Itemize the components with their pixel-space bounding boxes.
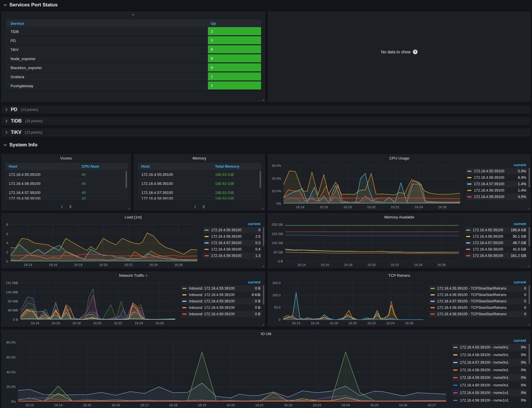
help-question-icon[interactable]: ? — [413, 50, 418, 54]
legend-series-swatch — [453, 370, 458, 371]
legend-item[interactable]: Inbound: 172.16.4.55:391000 B — [181, 298, 262, 304]
legend-item[interactable]: Inbound: 172.16.4.59:391000 B — [181, 304, 262, 311]
cpu-usage-chart[interactable]: 0%10.0%20.0%30.0%16:1416:1616:1816:2016:… — [268, 162, 465, 210]
row-header-tikv[interactable]: TiKV (13 panels) — [1, 128, 531, 136]
services-port-status-panel: ▾ ServiceUpTiDB2PD3TiKV6Node_exporter6Bl… — [1, 12, 265, 102]
legend-series-value: 0.4 — [245, 247, 260, 251]
table-scrollbar[interactable] — [126, 171, 127, 188]
legend-series-value: 4.0% — [510, 195, 526, 199]
panel-resize-handle[interactable] — [262, 99, 264, 101]
table-scrollbar[interactable] — [260, 171, 261, 188]
legend-item[interactable]: 172.16.4.55:39100 - nvme0n10% — [452, 344, 527, 351]
svg-text:200 GB: 200 GB — [272, 223, 283, 226]
legend-current-header[interactable]: current — [429, 279, 527, 285]
io-util-chart[interactable]: 0%20.0%40.0%60.0%80.0%16:1316:1416:1516:… — [2, 337, 451, 408]
legend-item[interactable]: 172.16.4.58:391001.4% — [466, 187, 527, 194]
panel-title-cpu-usage[interactable]: CPU Usage — [268, 155, 530, 162]
legend-item[interactable]: 172.16.4.55:39100 - TCPSlowStartRetrans0 — [429, 285, 527, 292]
service-name: TiDB — [6, 27, 208, 36]
legend-item[interactable]: Inbound: 172.16.4.55:391000 B — [181, 285, 262, 292]
legend-item[interactable]: 172.16.4.59:39100161.2 GB — [465, 253, 527, 259]
load-1m-chart[interactable]: 0246816:1416:1616:1816:2016:2216:2416:26 — [2, 220, 202, 268]
legend-item[interactable]: 172.16.4.56:3910050.1 GB — [465, 233, 527, 240]
legend-item[interactable]: 172.16.4.58:391000.4 — [203, 246, 262, 253]
legend-current-header[interactable]: current — [466, 162, 527, 168]
panel-title-caret-icon[interactable]: ▾ — [146, 274, 147, 277]
column-header-host[interactable]: Host — [138, 164, 212, 169]
host-address: 172.16.4.55:39100 — [5, 172, 79, 177]
legend-scrollbar[interactable] — [528, 227, 530, 246]
panel-menu-caret-icon[interactable]: ▾ — [2, 13, 265, 18]
legend-current-header[interactable]: current — [203, 221, 262, 227]
panel-resize-handle[interactable] — [262, 265, 264, 267]
legend-item[interactable]: 172.16.4.59:391004.0% — [466, 194, 527, 200]
column-header-service[interactable]: Service — [6, 21, 208, 26]
legend-item[interactable]: 172.16.4.57:391000.3 — [203, 240, 262, 246]
legend-item[interactable]: 172.16.4.55:39100195.8 GB — [465, 227, 527, 233]
panel-title-tcp-retrans[interactable]: TCP Retrans — [268, 272, 530, 279]
panel-resize-handle[interactable] — [528, 323, 530, 325]
row-header-system-info[interactable]: System Info — [0, 141, 532, 149]
legend-item[interactable]: 172.16.4.56:391002.5 — [203, 233, 262, 240]
legend-item[interactable]: 172.16.4.59:39100 - TCPSlowStartRetrans0 — [429, 311, 527, 317]
panel-title-text: TCP Retrans — [388, 273, 410, 278]
panel-resize-handle[interactable] — [262, 207, 264, 209]
legend-current-header[interactable]: current — [465, 221, 527, 227]
page-button-1[interactable]: 1 — [61, 204, 63, 209]
panel-title-load-1m[interactable]: Load [1m] — [2, 213, 265, 220]
column-header-host[interactable]: Host — [5, 164, 79, 169]
legend-item[interactable]: 172.16.4.55:391000 — [203, 227, 262, 233]
legend-item[interactable]: 172.16.4.56:39100 - nvme1n10% — [452, 397, 527, 404]
legend-item[interactable]: 172.16.4.58:39100 - TCPSlowStartRetrans0 — [429, 304, 527, 311]
network-traffic-chart[interactable]: 0 B48 MiB95 MiB143 MiB191 MiB16:1416:161… — [2, 279, 180, 326]
column-header-value[interactable]: Total Memory — [212, 164, 262, 169]
legend-item[interactable]: 172.16.4.56:39100 - nvme0n10% — [452, 351, 527, 359]
legend-scrollbar[interactable] — [528, 285, 530, 304]
row-header-services-port-status[interactable]: Services Port Status — [0, 1, 532, 9]
panel-title-vcores[interactable]: Vcores — [2, 155, 131, 162]
panel-title-io-util[interactable]: IO Util — [2, 330, 530, 337]
legend-item[interactable]: Inbound: 172.16.4.55:391008 KiB — [181, 292, 262, 298]
legend-item[interactable]: Inbound: 172.16.4.60:391000 B — [181, 311, 262, 317]
legend-scrollbar[interactable] — [263, 227, 264, 246]
legend-item[interactable]: 172.16.4.59:391001.3 — [203, 253, 262, 259]
host-address: 172.16.4.58:39100 — [138, 197, 212, 200]
legend-series-name: 172.16.4.57:39100 — [474, 182, 510, 186]
legend-scrollbar[interactable] — [528, 344, 530, 364]
legend-item[interactable]: 172.16.4.57:39100 - TCPSlowStartRetrans0 — [429, 298, 527, 304]
legend-current-header[interactable]: current — [181, 279, 262, 285]
legend-scrollbar[interactable] — [263, 285, 264, 304]
legend-item[interactable]: 172.16.4.55:391000.3% — [466, 168, 527, 174]
legend-item[interactable]: 172.16.4.60:39100 - nvme0n10% — [452, 381, 527, 389]
page-button-2[interactable]: 2 — [203, 204, 205, 209]
legend-item[interactable]: 172.16.4.57:391001.4% — [466, 181, 527, 187]
column-header-value[interactable]: CPU Num — [79, 164, 128, 169]
panel-resize-handle[interactable] — [528, 207, 530, 209]
row-header-tidb[interactable]: TiDB (16 panels) — [1, 117, 531, 125]
legend-item[interactable]: 172.16.4.56:39100 - TCPSlowStartRetrans0 — [429, 292, 527, 298]
legend-item[interactable]: 172.16.4.57:3910049.7 GB — [465, 240, 527, 246]
legend-item[interactable]: 172.16.4.58:39100 - nvme0n10% — [452, 366, 527, 374]
legend-item[interactable]: 172.16.4.57:39100 - nvme0n10% — [452, 359, 527, 366]
tcp-retrans-chart[interactable]: 050.0100.0150.016:1416:1616:1816:2016:22… — [268, 279, 428, 326]
legend-scrollbar[interactable] — [528, 168, 530, 187]
legend-item[interactable]: 172.16.4.55:39100 - nvme1n10% — [452, 389, 527, 397]
panel-title-memory-available[interactable]: Memory Available — [268, 213, 530, 220]
panel-title-memory[interactable]: Memory — [134, 155, 265, 162]
panel-resize-handle[interactable] — [128, 207, 130, 209]
legend-item[interactable]: 172.16.4.56:391008.3% — [466, 174, 527, 181]
legend-item[interactable]: 172.16.4.59:39100 - nvme0n10% — [452, 374, 527, 381]
panel-resize-handle[interactable] — [262, 323, 264, 325]
legend-current-header[interactable]: current — [452, 338, 527, 344]
memory-panel: Memory HostTotal Memory172.16.4.55:39100… — [134, 154, 265, 210]
svg-text:6: 6 — [6, 232, 8, 236]
panel-title-network-traffic[interactable]: Network Traffic ▾ — [2, 272, 265, 279]
page-button-1[interactable]: 1 — [194, 204, 196, 209]
row-header-pd[interactable]: PD (13 panels) — [1, 106, 531, 114]
column-header-up[interactable]: Up — [208, 21, 261, 26]
memory-available-chart[interactable]: 0 B50 GB100 GB150 GB200 GB16:1416:1616:1… — [268, 220, 464, 268]
panel-resize-handle[interactable] — [528, 265, 530, 267]
legend-item[interactable]: 172.16.4.58:3910041.5 GB — [465, 246, 527, 253]
page-button-2[interactable]: 2 — [69, 204, 72, 209]
legend-series-value: 0 B — [245, 306, 260, 310]
